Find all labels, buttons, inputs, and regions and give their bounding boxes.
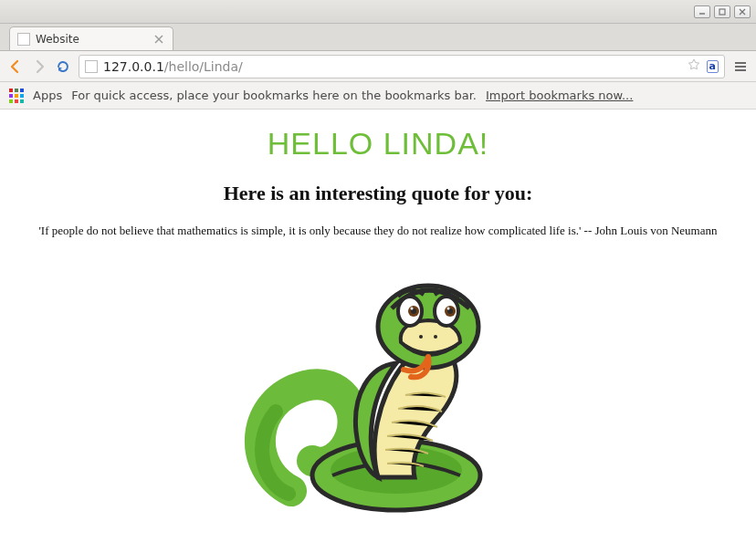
chevron-right-icon [32, 59, 47, 74]
bookmarks-bar: Apps For quick access, place your bookma… [0, 82, 756, 110]
import-bookmarks-link[interactable]: Import bookmarks now... [486, 89, 633, 102]
page-viewport: Hello Linda! Here is an interesting quot… [0, 110, 756, 553]
tab-close-button[interactable] [152, 33, 165, 46]
browser-menu-button[interactable] [732, 58, 749, 75]
window-close-button[interactable] [734, 5, 751, 18]
chevron-left-icon [8, 59, 23, 74]
window-titlebar [0, 0, 756, 24]
window-maximize-button[interactable] [714, 5, 730, 18]
window-minimize-button[interactable] [694, 5, 710, 18]
back-button[interactable] [7, 58, 24, 75]
tab-website[interactable]: Website [9, 26, 173, 50]
close-icon [738, 7, 747, 16]
address-bar[interactable]: 127.0.0.1/hello/Linda/ a [79, 55, 725, 78]
bookmarks-hint: For quick access, place your bookmarks h… [71, 89, 477, 102]
browser-toolbar: 127.0.0.1/hello/Linda/ a [0, 51, 756, 82]
url-host: 127.0.0.1 [103, 59, 164, 74]
tab-title: Website [36, 33, 79, 46]
forward-button[interactable] [31, 58, 47, 75]
apps-icon [9, 89, 24, 103]
svg-rect-1 [719, 9, 725, 15]
page-greeting: Hello Linda! [18, 126, 738, 162]
maximize-icon [718, 7, 727, 16]
page-content: Hello Linda! Here is an interesting quot… [0, 110, 756, 541]
hamburger-icon [732, 58, 749, 75]
bookmark-star-button[interactable] [687, 57, 701, 76]
minimize-icon [698, 7, 707, 16]
tab-strip: Website [0, 24, 756, 51]
svg-point-18 [411, 307, 414, 309]
reload-icon [56, 59, 70, 74]
svg-point-12 [419, 335, 423, 339]
close-icon [154, 35, 163, 44]
snake-icon [241, 258, 515, 514]
url-path: /hello/Linda/ [164, 59, 243, 74]
file-icon [85, 60, 98, 73]
apps-button[interactable]: Apps [33, 89, 62, 102]
translate-badge[interactable]: a [707, 60, 719, 73]
page-subhead: Here is an interesting quote for you: [18, 182, 738, 205]
svg-point-21 [447, 307, 450, 309]
star-icon [687, 57, 701, 72]
file-icon [17, 33, 30, 46]
svg-point-13 [434, 335, 437, 339]
reload-button[interactable] [55, 58, 71, 75]
page-quote: 'If people do not believe that mathemati… [26, 222, 730, 240]
address-url: 127.0.0.1/hello/Linda/ [103, 59, 243, 74]
snake-image [18, 258, 738, 514]
